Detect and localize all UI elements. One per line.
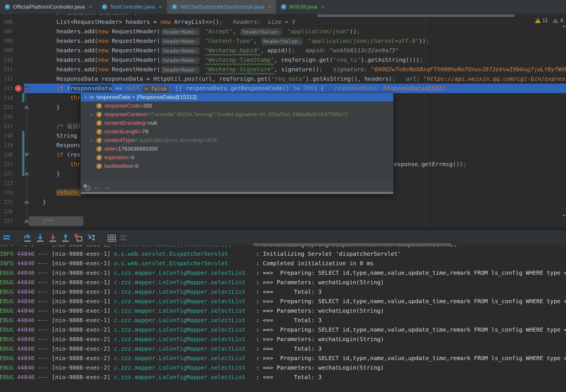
code-line[interactable]: 210 headers.add(new RequestHeader(header… — [0, 55, 566, 65]
arrow-up-blue-icon[interactable] — [61, 233, 70, 243]
variable-row[interactable]: ›fexpiration = 0 — [81, 153, 393, 162]
code-text: /* 设置请求头 参数啥的略 */ — [29, 14, 138, 17]
log-message: : ==> Parameters: wechatLogin(String) — [252, 279, 384, 286]
popup-resize-handle[interactable] — [81, 192, 393, 194]
warning-count-group[interactable]: 11 — [535, 17, 548, 24]
show-types-icon[interactable] — [84, 185, 89, 190]
code-text: } — [29, 103, 60, 112]
code-line[interactable]: 209 headers.add(new RequestHeader(header… — [0, 46, 566, 55]
code-line[interactable]: 207 headers.add(new RequestHeader(header… — [0, 27, 566, 36]
code-line[interactable]: 212 ResponseData responseData = HttpUtil… — [0, 74, 566, 84]
breakpoint-icon[interactable]: ✓ — [15, 85, 22, 92]
line-number: 212 — [0, 74, 13, 84]
back-arrow-icon[interactable]: ← — [93, 184, 100, 190]
field-name: responseCode — [104, 103, 140, 109]
line-number: 223 — [0, 178, 13, 188]
variable-row[interactable]: ›fdate = 1763635681000 — [81, 145, 393, 153]
code-text: /* 返回结 — [29, 122, 84, 131]
console-scrollbar-thumb[interactable] — [253, 243, 451, 246]
log-pid: 44840 — [17, 307, 34, 314]
close-icon[interactable]: ✕ — [321, 4, 325, 9]
log-level: DEBUG — [0, 355, 14, 362]
editor-tab[interactable]: CWXUtil.java✕ — [276, 0, 330, 14]
log-separator: --- — [34, 250, 51, 257]
log-space — [110, 279, 114, 286]
code-segment: ) { — [314, 85, 324, 92]
code-segment: } — [29, 199, 46, 205]
code-text: thr — [29, 93, 81, 103]
code-segment: "Content-Type" — [205, 37, 254, 44]
clear-console-icon[interactable] — [73, 233, 83, 243]
soft-wrap-icon[interactable] — [119, 233, 129, 243]
variable-row[interactable]: ›fcontentLength = 78 — [81, 127, 393, 136]
expand-chevron-icon[interactable]: › — [91, 137, 96, 143]
log-line: DEBUG 44840 --- [nio-9088-exec-1] c.zzz.… — [0, 297, 566, 306]
expand-chevron-icon[interactable]: › — [91, 112, 96, 118]
code-line[interactable]: 211 headers.add(new RequestHeader(header… — [0, 65, 566, 74]
arrow-down-red-icon[interactable] — [48, 233, 58, 243]
log-thread: [nio-9088-exec-1] — [52, 269, 111, 276]
code-line[interactable]: 227 /** — [0, 216, 566, 226]
field-value: null — [148, 120, 157, 126]
log-level: DEBUG — [0, 298, 14, 305]
code-segment: "req_ts" — [333, 56, 360, 63]
log-space — [14, 307, 17, 314]
arrow-down-blue-icon[interactable] — [35, 233, 45, 243]
log-pid: 44840 — [17, 364, 34, 371]
variable-row[interactable]: ›fresponseContent = "{"errcode":40234,"e… — [81, 110, 393, 119]
log-level: DEBUG — [0, 317, 14, 324]
vcs-change-bar[interactable] — [22, 93, 24, 102]
warning-count: 11 — [542, 17, 548, 24]
code-segment — [29, 85, 56, 92]
close-icon[interactable]: ✕ — [268, 4, 272, 9]
scroll-down-curve-icon[interactable] — [23, 233, 32, 243]
log-space — [110, 336, 114, 343]
error-stripe-mark[interactable] — [563, 215, 565, 216]
vcs-change-bar[interactable] — [22, 131, 24, 176]
field-icon: f — [96, 155, 102, 160]
tab-label: OfficialPlatformController.java — [13, 4, 85, 10]
code-segment: "0X0Q2wTo8cNobBxqFTh900heNxFOnuvZ6f2eVvw… — [371, 66, 566, 73]
log-level: DEBUG — [0, 288, 14, 295]
code-line[interactable]: 206 List<RequestHeader> headers = new Ar… — [0, 17, 566, 27]
close-icon[interactable]: ✕ — [159, 4, 162, 9]
log-message: : ==> Preparing: SELECT id,type,name,val… — [252, 298, 566, 305]
inspections-widget[interactable]: 11 4 — [535, 17, 563, 24]
line-number: 221 — [0, 160, 13, 169]
code-segment: ArrayList<>() — [171, 18, 219, 25]
chevron-down-icon[interactable]: › — [83, 94, 89, 100]
editor-tab[interactable]: CTestController.java✕ — [97, 0, 167, 14]
horizontal-scrollbar-thumb[interactable] — [317, 14, 515, 17]
line-number: 226 — [0, 207, 13, 216]
code-text: headers.add(new RequestHeader(headerName… — [29, 27, 360, 36]
variable-row[interactable]: ›fresponseCode = 200 — [81, 101, 393, 110]
code-line[interactable]: 226 — [0, 207, 566, 216]
run-console[interactable]: INFO 44840 --- [nio-9088-exec-1] o.a.c.c… — [0, 230, 566, 392]
log-separator: --- — [34, 307, 51, 314]
code-line[interactable]: 208 headers.add(new RequestHeader(header… — [0, 36, 566, 46]
log-separator: --- — [34, 345, 51, 352]
debugger-inline-popup[interactable]: › ∞ responseData = {ResponseData@15312} … — [80, 93, 394, 194]
editor-tab[interactable]: CWeChatSubscribeServiceImpl.java✕ — [167, 0, 276, 14]
code-segment: || responseData.getResponseCode() != — [172, 85, 303, 92]
log-space — [110, 317, 114, 324]
scroll-to-caret-icon[interactable] — [86, 233, 96, 243]
editor-tab[interactable]: COfficialPlatformController.java✕ — [0, 0, 97, 14]
code-segment: url: — [396, 75, 423, 82]
field-icon: f — [96, 112, 102, 117]
log-separator: --- — [34, 279, 51, 286]
variable-row[interactable]: ›fcontentType = "application/json; encod… — [81, 136, 393, 145]
forward-arrow-icon[interactable]: → — [104, 184, 110, 190]
weak-warning-count-group[interactable]: 4 — [552, 17, 563, 24]
variable-row[interactable]: ›fcontentEncoding = null — [81, 119, 393, 127]
print-grid-icon[interactable] — [106, 233, 116, 243]
popup-header-row[interactable]: › ∞ responseData = {ResponseData@15312} — [81, 93, 393, 101]
error-stripe-mark[interactable] — [563, 26, 565, 27]
console-menu-icon[interactable] — [2, 233, 12, 243]
equals-sign: = — [134, 137, 137, 143]
log-logger: c.zzz.mapper.LsConfigMapper.selectList — [114, 279, 252, 286]
close-icon[interactable]: ✕ — [89, 4, 92, 9]
code-line[interactable]: 213 if (responseData == null= false || r… — [0, 84, 566, 93]
code-line[interactable]: 225 } — [0, 197, 566, 207]
variable-row[interactable]: ›flastModifed = 0 — [81, 162, 393, 170]
